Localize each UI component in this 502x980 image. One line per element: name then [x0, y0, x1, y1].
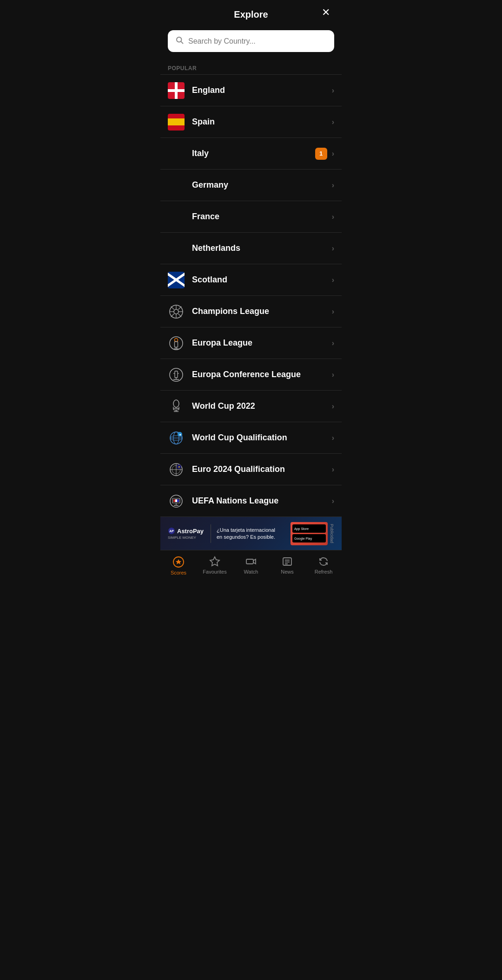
scores-icon: [172, 556, 185, 568]
country-name: France: [192, 212, 332, 222]
google-play-label: Google Play: [294, 537, 312, 540]
popular-section-label: POPULAR: [160, 61, 342, 74]
svg-line-9: [178, 314, 182, 317]
list-item[interactable]: ★ Euro 2024 Qualification ›: [160, 453, 342, 485]
list-item[interactable]: UEFA Nations League ›: [160, 485, 342, 516]
france-flag: [168, 209, 185, 225]
country-name: England: [192, 85, 332, 95]
svg-rect-18: [175, 371, 178, 378]
chevron-right-icon: ›: [332, 150, 334, 158]
country-name: Germany: [192, 180, 332, 190]
svg-point-3: [174, 309, 178, 314]
chevron-right-icon: ›: [332, 276, 334, 284]
svg-line-8: [171, 306, 174, 309]
italy-flag: [168, 145, 185, 162]
app-store-label: App Store: [294, 527, 309, 530]
country-name: Netherlands: [192, 243, 332, 253]
competition-name: World Cup 2022: [192, 401, 332, 411]
refresh-icon: [318, 556, 329, 567]
search-bar[interactable]: [168, 30, 334, 52]
euro-2024-qualification-icon: ★: [168, 461, 185, 478]
competition-name: Europa Conference League: [192, 370, 332, 379]
svg-point-13: [175, 338, 178, 341]
europa-conference-league-icon: [168, 366, 185, 383]
spain-flag: [168, 114, 185, 131]
svg-point-26: [173, 408, 179, 410]
country-name: Scotland: [192, 275, 332, 285]
ad-content: AP AstroPay SIMPLE MONEY ¿Una tarjeta in…: [168, 522, 328, 545]
list-item[interactable]: Europa League ›: [160, 327, 342, 359]
nav-item-scores[interactable]: Scores: [160, 554, 197, 577]
competition-name: Euro 2024 Qualification: [192, 464, 332, 474]
world-cup-qualification-icon: ★: [168, 430, 185, 446]
favourites-icon: [209, 556, 220, 567]
competitions-list: Champions League › Europa League ›: [160, 295, 342, 516]
svg-marker-52: [210, 557, 219, 566]
close-button[interactable]: ✕: [319, 4, 332, 21]
search-container: [160, 25, 342, 61]
competition-name: World Cup Qualification: [192, 433, 332, 443]
europa-league-icon: [168, 335, 185, 352]
ad-publicidad-label: Publicidad: [330, 524, 334, 543]
nav-label-scores: Scores: [171, 570, 186, 575]
chevron-right-icon: ›: [332, 213, 334, 221]
close-icon: ✕: [322, 7, 330, 18]
country-list: England › Spain › Italy 1 › Germany ›: [160, 74, 342, 295]
nav-label-refresh: Refresh: [315, 569, 333, 575]
ad-brand-name: AstroPay: [177, 528, 204, 535]
google-play-badge: Google Play: [292, 534, 326, 542]
nav-label-favourites: Favourites: [203, 569, 226, 575]
chevron-right-icon: ›: [332, 118, 334, 126]
svg-rect-14: [175, 341, 178, 347]
nav-item-news[interactable]: News: [269, 554, 305, 577]
list-item[interactable]: France ›: [160, 201, 342, 232]
chevron-right-icon: ›: [332, 307, 334, 316]
competition-name: UEFA Nations League: [192, 496, 332, 506]
explore-header: Explore ✕: [160, 0, 342, 25]
svg-rect-53: [246, 559, 253, 564]
nav-label-news: News: [281, 569, 294, 575]
list-item[interactable]: Champions League ›: [160, 295, 342, 327]
chevron-right-icon: ›: [332, 465, 334, 474]
list-item[interactable]: Europa Conference League ›: [160, 359, 342, 390]
list-item[interactable]: World Cup 2022 ›: [160, 390, 342, 422]
news-icon: [282, 556, 293, 567]
list-item[interactable]: Scotland ›: [160, 264, 342, 295]
ad-tagline: ¿Una tarjeta internacional en segundos? …: [217, 527, 285, 540]
svg-rect-45: [177, 499, 179, 502]
england-flag: [168, 82, 185, 99]
svg-rect-43: [173, 499, 175, 502]
country-name: Spain: [192, 117, 332, 127]
svg-line-11: [171, 314, 174, 317]
search-input[interactable]: [188, 37, 327, 46]
nav-item-watch[interactable]: Watch: [233, 554, 269, 577]
svg-line-10: [178, 306, 182, 309]
chevron-right-icon: ›: [332, 339, 334, 347]
netherlands-flag: [168, 240, 185, 257]
svg-line-1: [181, 41, 183, 43]
competition-name: Europa League: [192, 338, 332, 348]
scotland-flag: [168, 272, 185, 288]
ad-simple-money: SIMPLE MONEY: [168, 536, 205, 540]
list-item[interactable]: England ›: [160, 74, 342, 106]
chevron-right-icon: ›: [332, 181, 334, 189]
list-item[interactable]: Spain ›: [160, 106, 342, 137]
svg-point-23: [173, 400, 179, 407]
list-item[interactable]: ★ World Cup Qualification ›: [160, 422, 342, 453]
nav-item-refresh[interactable]: Refresh: [305, 554, 342, 577]
germany-flag: [168, 177, 185, 194]
chevron-right-icon: ›: [332, 434, 334, 442]
nav-item-favourites[interactable]: Favourites: [197, 554, 233, 577]
svg-rect-44: [175, 499, 177, 502]
app-store-badge: App Store: [292, 524, 326, 533]
watch-icon: [245, 556, 257, 567]
champions-league-icon: [168, 303, 185, 320]
ad-banner[interactable]: AP AstroPay SIMPLE MONEY ¿Una tarjeta in…: [160, 516, 342, 550]
chevron-right-icon: ›: [332, 371, 334, 379]
competition-name: Champions League: [192, 307, 332, 316]
list-item[interactable]: Italy 1 ›: [160, 137, 342, 169]
list-item[interactable]: Netherlands ›: [160, 232, 342, 264]
country-name: Italy: [192, 149, 315, 158]
list-item[interactable]: Germany ›: [160, 169, 342, 201]
italy-badge: 1: [315, 148, 327, 160]
